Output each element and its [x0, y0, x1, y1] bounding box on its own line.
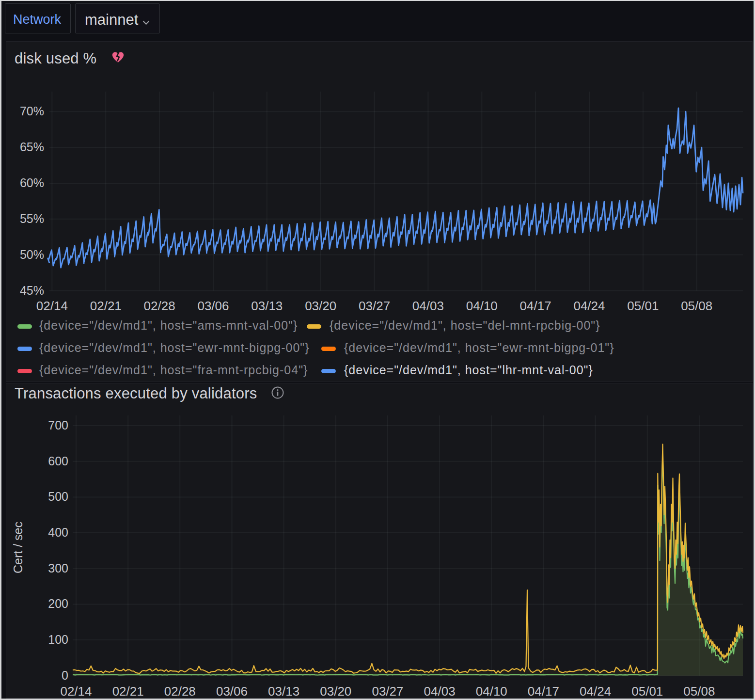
svg-text:04/10: 04/10 — [476, 684, 507, 699]
svg-text:03/27: 03/27 — [359, 299, 390, 313]
svg-text:300: 300 — [48, 561, 68, 575]
svg-text:05/01: 05/01 — [627, 299, 659, 313]
svg-text:03/13: 03/13 — [268, 684, 299, 699]
svg-text:500: 500 — [48, 490, 68, 503]
svg-text:02/14: 02/14 — [60, 684, 92, 699]
svg-text:03/27: 03/27 — [372, 684, 403, 699]
svg-text:04/24: 04/24 — [580, 684, 611, 699]
svg-text:400: 400 — [48, 525, 68, 539]
svg-text:45%: 45% — [20, 284, 44, 297]
svg-text:50%: 50% — [20, 248, 44, 261]
svg-text:200: 200 — [48, 597, 68, 610]
svg-text:02/21: 02/21 — [112, 684, 144, 699]
svg-text:0: 0 — [62, 668, 68, 682]
svg-text:03/06: 03/06 — [216, 684, 248, 699]
svg-text:03/06: 03/06 — [197, 299, 229, 313]
svg-text:700: 700 — [48, 418, 68, 432]
svg-text:02/14: 02/14 — [36, 299, 68, 313]
svg-text:04/03: 04/03 — [424, 684, 456, 699]
svg-text:55%: 55% — [20, 212, 44, 225]
svg-text:02/28: 02/28 — [144, 299, 175, 313]
svg-text:65%: 65% — [20, 140, 44, 154]
svg-text:04/10: 04/10 — [466, 299, 498, 313]
svg-text:04/17: 04/17 — [528, 684, 559, 699]
svg-text:02/21: 02/21 — [90, 299, 122, 313]
svg-text:70%: 70% — [20, 104, 44, 118]
svg-text:04/24: 04/24 — [573, 299, 605, 313]
svg-text:100: 100 — [48, 633, 68, 646]
svg-text:03/20: 03/20 — [320, 684, 351, 699]
svg-text:60%: 60% — [20, 176, 44, 190]
svg-text:05/01: 05/01 — [631, 684, 663, 699]
svg-text:02/28: 02/28 — [164, 684, 196, 699]
svg-text:03/13: 03/13 — [251, 299, 283, 313]
svg-text:04/03: 04/03 — [412, 299, 444, 313]
svg-text:04/17: 04/17 — [520, 299, 551, 313]
svg-text:600: 600 — [48, 454, 68, 468]
svg-text:05/08: 05/08 — [681, 299, 712, 313]
svg-text:05/08: 05/08 — [683, 684, 715, 699]
svg-text:03/20: 03/20 — [305, 299, 336, 313]
